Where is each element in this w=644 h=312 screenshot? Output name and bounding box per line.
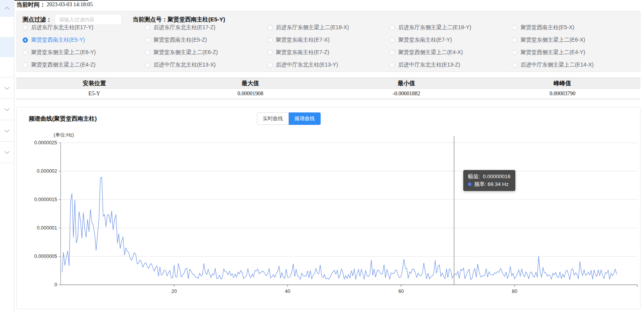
radio-icon[interactable]: [267, 37, 273, 43]
measure-point-option[interactable]: 聚贤堂东侧主梁上二(E6-Y): [23, 46, 145, 59]
measure-point-option-label: 聚贤堂东南主柱(E7-Y): [398, 37, 452, 44]
radio-icon[interactable]: [145, 50, 150, 55]
stats-value-cell: E5-Y: [16, 91, 173, 97]
sidebar-cell: [0, 57, 14, 77]
measure-point-filter-panel: 测点过滤： 当前测点号： 聚贤堂西南主柱(E5-Y) 后进东厅东北主柱(E17-…: [16, 11, 641, 72]
measure-point-option[interactable]: 聚贤堂西南主柱(E5-X): [512, 21, 634, 34]
stats-table: 安装位置最大值最小值峰峰值 E5-Y0.00001908-0.000018820…: [16, 78, 641, 99]
measure-point-option[interactable]: 聚贤堂东侧主梁上二(E6-Z): [145, 46, 267, 59]
measure-point-option-label: 后进中厅东侧主梁上二(E14-X): [520, 61, 593, 68]
sidebar-expand-cell[interactable]: [0, 120, 14, 141]
tab-realtime-curve[interactable]: 实时曲线: [257, 112, 289, 125]
radio-icon[interactable]: [512, 50, 517, 55]
measure-point-option[interactable]: 聚贤堂西南主柱(E5-Z): [145, 34, 267, 46]
measure-point-option-label: 聚贤堂东侧主梁上二(E6-Z): [154, 49, 218, 56]
measure-point-option-label: 后进东厅东北主柱(E17-Z): [154, 24, 215, 31]
measure-point-option[interactable]: 聚贤堂西侧主梁上二(E4-X): [389, 46, 512, 59]
radio-icon[interactable]: [512, 62, 517, 68]
radio-icon[interactable]: [267, 25, 273, 30]
measure-point-option-label: 聚贤堂东侧主梁上二(E6-Y): [31, 49, 96, 56]
radio-icon[interactable]: [389, 50, 395, 55]
tooltip-frequency-line: 频率: 69.34 Hz: [468, 181, 511, 188]
measure-point-option[interactable]: 聚贤堂西侧主梁上二(E4-Z): [23, 59, 145, 71]
stats-table-header: 安装位置最大值最小值峰峰值: [16, 78, 641, 89]
radio-icon[interactable]: [389, 25, 395, 30]
radio-icon[interactable]: [23, 50, 28, 55]
radio-icon[interactable]: [389, 37, 395, 43]
measure-point-option[interactable]: 后进中厅东北主柱(E13-X): [145, 59, 267, 71]
current-time-value: 2023-03-03 14:18:05: [47, 2, 93, 8]
stats-header-cell: 安装位置: [16, 80, 173, 87]
measure-point-option[interactable]: 后进中厅东侧主梁上二(E14-X): [512, 59, 634, 71]
measure-point-option-label: 聚贤堂东南主柱(E7-X): [276, 37, 330, 44]
sidebar-divider: [0, 163, 14, 163]
measure-point-option[interactable]: 聚贤堂西侧主梁上二(E4-Y): [512, 46, 634, 59]
measure-point-option-label: 聚贤堂西南主柱(E5-X): [520, 24, 574, 31]
radio-icon[interactable]: [267, 50, 273, 55]
radio-icon[interactable]: [23, 62, 28, 68]
measure-point-option-label: 后进中厅东北主柱(E13-Y): [276, 61, 338, 68]
measure-point-option-label: 聚贤堂西南主柱(E5-Y): [31, 37, 85, 44]
curve-tab-group: 实时曲线 频谱曲线: [257, 112, 321, 125]
measure-point-option-label: 后进中厅东北主柱(E13-Z): [398, 61, 460, 68]
stats-header-cell: 峰峰值: [485, 80, 641, 87]
top-edge-bar: [14, 0, 88, 1]
sidebar-expand-cell[interactable]: [0, 77, 14, 98]
chevron-down-icon: [4, 86, 10, 90]
measure-point-option[interactable]: 后进中厅东北主柱(E13-Y): [267, 59, 390, 71]
sidebar-highlight-cell[interactable]: [0, 37, 14, 57]
chart-tooltip: 幅值: 0.00000016 频率: 69.34 Hz: [463, 170, 515, 191]
sidebar-expand-cell[interactable]: [0, 141, 14, 163]
measure-point-option-label: 聚贤堂西南主柱(E5-Z): [154, 37, 207, 44]
chevron-down-icon: [4, 108, 10, 111]
stats-header-cell: 最小值: [328, 80, 485, 87]
left-sidebar: [0, 0, 14, 312]
radio-icon[interactable]: [23, 37, 28, 43]
stats-header-cell: 最大值: [173, 80, 329, 87]
measure-point-option[interactable]: 后进东厅东北主柱(E17-Z): [145, 21, 267, 34]
measure-point-option-label: 聚贤堂西侧主梁上二(E4-Z): [31, 61, 96, 68]
measure-point-list: 后进东厅东北主柱(E17-Y)后进东厅东北主柱(E17-Z)后进东厅东侧主梁上二…: [17, 21, 640, 71]
radio-icon[interactable]: [145, 37, 150, 43]
sidebar-cell: [0, 17, 14, 37]
sidebar-expand-cell[interactable]: [0, 98, 14, 120]
measure-point-option-label: 聚贤堂西侧主梁上二(E4-Y): [520, 49, 585, 56]
chart-title: 频谱曲线(聚贤堂西南主柱): [29, 115, 97, 123]
measure-point-option[interactable]: 后进东厅东北主柱(E17-Y): [23, 21, 145, 34]
measure-point-option-label: 聚贤堂东南主柱(E7-Z): [276, 49, 330, 56]
radio-icon[interactable]: [512, 37, 517, 43]
chevron-up-icon: [4, 7, 10, 10]
measure-point-option[interactable]: 聚贤堂东南主柱(E7-X): [267, 34, 390, 46]
stats-value-cell: 0.00001908: [173, 91, 329, 97]
current-time-label: 当前时间：: [16, 1, 45, 9]
radio-icon[interactable]: [145, 25, 150, 30]
radio-icon[interactable]: [145, 62, 150, 68]
measure-point-option-label: 后进中厅东北主柱(E13-X): [154, 61, 216, 68]
sidebar-collapse-cell[interactable]: [0, 0, 14, 17]
measure-point-option-label: 聚贤堂西侧主梁上二(E4-X): [398, 49, 462, 56]
series-marker-dot: [468, 182, 471, 186]
measure-point-option[interactable]: 后进东厅东侧主梁上二(E18-Y): [389, 21, 512, 34]
stats-value-cell: -0.00001882: [328, 91, 485, 97]
tooltip-amplitude-line: 幅值: 0.00000016: [468, 173, 511, 181]
measure-point-option[interactable]: 后进中厅东北主柱(E13-Z): [389, 59, 512, 71]
chevron-down-icon: [4, 151, 10, 154]
measure-point-option[interactable]: 聚贤堂东侧主梁上二(E6-X): [512, 34, 634, 46]
stats-value-cell: 0.00003790: [485, 91, 641, 97]
chevron-down-icon: [4, 129, 10, 133]
stats-table-row: E5-Y0.00001908-0.000018820.00003790: [16, 89, 641, 99]
radio-icon[interactable]: [512, 25, 517, 30]
measure-point-option-label: 聚贤堂东侧主梁上二(E6-X): [520, 37, 585, 44]
spectrum-chart-card: 频谱曲线(聚贤堂西南主柱) 实时曲线 频谱曲线: [16, 107, 641, 309]
tab-spectrum-curve[interactable]: 频谱曲线: [289, 112, 321, 125]
measure-point-option[interactable]: 聚贤堂东南主柱(E7-Y): [389, 34, 512, 46]
measure-point-option-label: 后进东厅东侧主梁上二(E18-X): [276, 24, 349, 31]
measure-point-option[interactable]: 后进东厅东侧主梁上二(E18-X): [267, 21, 390, 34]
measure-point-option-label: 后进东厅东北主柱(E17-Y): [31, 24, 93, 31]
measure-point-option[interactable]: 聚贤堂东南主柱(E7-Z): [267, 46, 390, 59]
measure-point-option-label: 后进东厅东侧主梁上二(E18-Y): [398, 24, 471, 31]
radio-icon[interactable]: [389, 62, 395, 68]
radio-icon[interactable]: [23, 25, 28, 30]
measure-point-option[interactable]: 聚贤堂西南主柱(E5-Y): [23, 34, 145, 46]
radio-icon[interactable]: [267, 62, 273, 68]
